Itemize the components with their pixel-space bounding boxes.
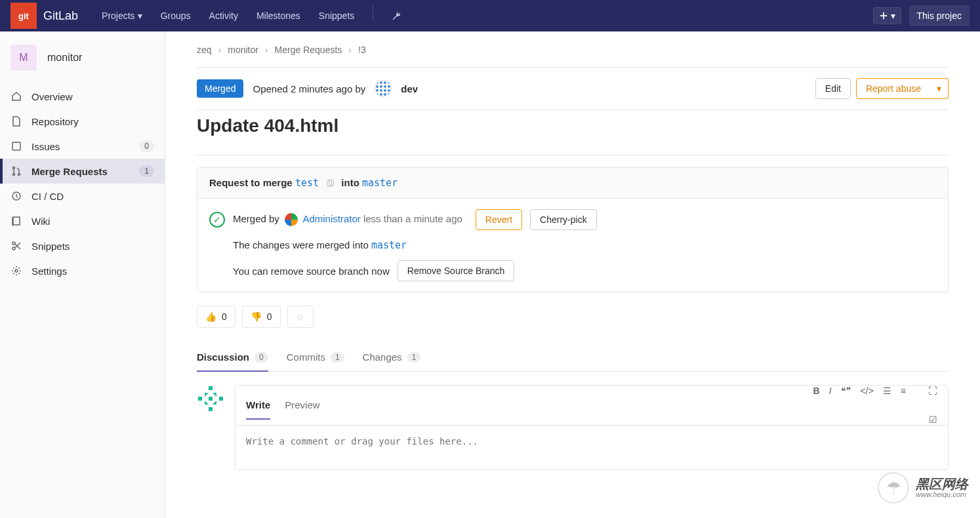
search-context[interactable]: This projec xyxy=(909,5,970,26)
topnav-right: ▾ This projec xyxy=(873,5,970,26)
code-icon[interactable]: </> xyxy=(861,386,874,396)
comment-area: Write Preview B I ❝❞ </> ☰ ≡ ⛶ ☑ xyxy=(197,385,949,470)
sidebar-item-cicd[interactable]: CI / CD xyxy=(0,184,165,209)
current-user-avatar[interactable] xyxy=(197,385,224,412)
opened-text: Opened 2 minutes ago by xyxy=(253,83,365,94)
new-dropdown-button[interactable]: ▾ xyxy=(873,7,901,24)
home-icon xyxy=(10,90,22,102)
source-branch-link[interactable]: test xyxy=(295,177,319,189)
check-circle-icon: ✓ xyxy=(209,212,225,228)
top-navbar: git GitLab Projects▾ Groups Activity Mil… xyxy=(0,0,980,31)
issues-count-badge: 0 xyxy=(139,140,154,152)
merge-status-box: Request to merge test into master ✓ Merg… xyxy=(197,167,949,292)
svg-marker-17 xyxy=(213,393,216,397)
svg-rect-2 xyxy=(12,142,20,150)
italic-icon[interactable]: I xyxy=(829,386,832,396)
task-list-icon[interactable]: ☑ xyxy=(929,414,937,425)
book-icon xyxy=(10,215,22,227)
add-emoji-button[interactable]: ☺ xyxy=(287,306,314,328)
mr-title: Update 404.html xyxy=(197,115,949,136)
author-avatar[interactable] xyxy=(375,80,392,97)
quote-icon[interactable]: ❝❞ xyxy=(841,386,851,396)
breadcrumb: zeq › monitor › Merge Requests › !3 xyxy=(197,45,949,55)
breadcrumb-id: !3 xyxy=(358,45,366,55)
status-badge: Merged xyxy=(197,79,243,98)
report-abuse-button[interactable]: Report abuse xyxy=(856,78,931,99)
breadcrumb-group[interactable]: zeq xyxy=(197,45,212,55)
brand-name[interactable]: GitLab xyxy=(43,9,78,23)
sidebar-item-overview[interactable]: Overview xyxy=(0,84,165,109)
merged-by-text: Merged by Administrator less than a minu… xyxy=(233,213,462,226)
sidebar-item-merge-requests[interactable]: Merge Requests 1 xyxy=(0,159,165,184)
changes-merged-text: The changes were merged into master xyxy=(233,239,407,251)
thumbs-up-button[interactable]: 👍0 xyxy=(197,306,235,328)
comment-textarea[interactable] xyxy=(235,426,948,468)
svg-point-9 xyxy=(15,269,18,272)
tab-commits[interactable]: Commits1 xyxy=(287,344,344,372)
thumbs-down-button[interactable]: 👎0 xyxy=(242,306,281,328)
sidebar-item-settings[interactable]: Settings xyxy=(0,258,165,283)
smiley-icon: ☺ xyxy=(296,311,305,322)
svg-rect-20 xyxy=(209,397,213,401)
chevron-down-icon: ▾ xyxy=(138,10,142,21)
merge-request-icon xyxy=(10,165,22,177)
sidebar-item-issues[interactable]: Issues 0 xyxy=(0,134,165,159)
cherry-pick-button[interactable]: Cherry-pick xyxy=(530,209,597,230)
svg-marker-18 xyxy=(205,401,209,405)
breadcrumb-project[interactable]: monitor xyxy=(228,45,258,55)
tab-discussion[interactable]: Discussion0 xyxy=(197,344,268,372)
thumbs-down-icon: 👎 xyxy=(251,311,262,322)
write-tab[interactable]: Write xyxy=(246,391,270,420)
nav-activity[interactable]: Activity xyxy=(201,5,246,26)
merge-box-header: Request to merge test into master xyxy=(197,168,948,199)
target-branch-link[interactable]: master xyxy=(362,177,398,189)
tab-changes[interactable]: Changes1 xyxy=(363,344,421,372)
project-header[interactable]: M monitor xyxy=(0,39,165,76)
comment-box: Write Preview B I ❝❞ </> ☰ ≡ ⛶ ☑ xyxy=(235,385,949,470)
watermark: ☂ 黑区网络 www.heiqu.com xyxy=(878,472,968,504)
gitlab-logo[interactable]: git xyxy=(10,3,37,29)
svg-marker-19 xyxy=(213,401,216,405)
issues-icon xyxy=(10,140,22,152)
watermark-title: 黑区网络 xyxy=(916,477,968,490)
remove-source-branch-button[interactable]: Remove Source Branch xyxy=(398,260,515,281)
merged-target-link[interactable]: master xyxy=(371,239,407,251)
list-ol-icon[interactable]: ≡ xyxy=(901,386,906,396)
svg-rect-1 xyxy=(880,15,887,16)
gear-icon xyxy=(10,265,22,277)
sidebar-item-repository[interactable]: Repository xyxy=(0,109,165,134)
revert-button[interactable]: Revert xyxy=(476,209,522,230)
editor-toolbar: B I ❝❞ </> ☰ ≡ ⛶ ☑ xyxy=(786,386,937,425)
edit-button[interactable]: Edit xyxy=(815,78,851,99)
project-name: monitor xyxy=(47,52,82,64)
admin-link[interactable]: Administrator xyxy=(302,213,360,224)
report-abuse-dropdown[interactable]: ▾ xyxy=(930,78,949,99)
svg-rect-13 xyxy=(198,397,202,401)
svg-point-8 xyxy=(12,247,15,250)
admin-wrench-icon[interactable] xyxy=(384,5,409,26)
comment-tabs: Write Preview B I ❝❞ </> ☰ ≡ ⛶ ☑ xyxy=(235,386,948,426)
cicd-icon xyxy=(10,190,22,202)
nav-snippets[interactable]: Snippets xyxy=(311,5,362,26)
svg-marker-16 xyxy=(205,393,209,397)
breadcrumb-section[interactable]: Merge Requests xyxy=(275,45,342,55)
nav-projects[interactable]: Projects▾ xyxy=(94,5,150,26)
mr-header: Merged Opened 2 minutes ago by dev Edit … xyxy=(197,68,949,110)
chevron-down-icon: ▾ xyxy=(891,10,895,21)
svg-point-7 xyxy=(12,242,15,245)
remove-branch-hint: You can remove source branch now xyxy=(233,266,390,277)
author-name[interactable]: dev xyxy=(401,83,418,94)
fullscreen-icon[interactable]: ⛶ xyxy=(928,386,937,396)
plus-icon xyxy=(879,11,888,20)
svg-point-3 xyxy=(13,167,15,169)
preview-tab[interactable]: Preview xyxy=(285,391,319,420)
watermark-icon: ☂ xyxy=(878,472,909,504)
admin-avatar[interactable] xyxy=(285,213,298,226)
bold-icon[interactable]: B xyxy=(813,386,820,396)
sidebar-item-wiki[interactable]: Wiki xyxy=(0,209,165,233)
sidebar-item-snippets[interactable]: Snippets xyxy=(0,233,165,258)
copy-icon[interactable] xyxy=(325,179,335,188)
list-ul-icon[interactable]: ☰ xyxy=(883,386,891,396)
nav-groups[interactable]: Groups xyxy=(153,5,199,26)
nav-milestones[interactable]: Milestones xyxy=(249,5,308,26)
